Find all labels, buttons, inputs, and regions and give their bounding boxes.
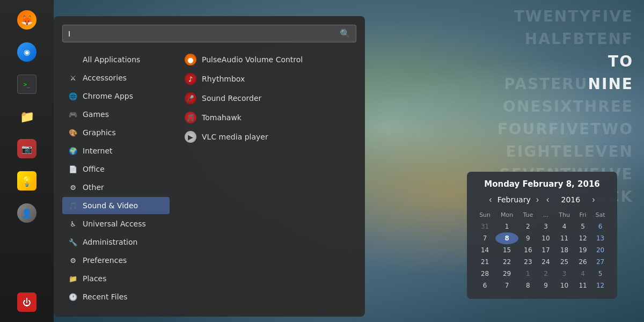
calendar-day-19[interactable]: 19 — [575, 244, 591, 256]
sidebar-item-files[interactable]: 📁 — [12, 102, 41, 131]
calendar-day-9[interactable]: 9 — [518, 232, 538, 244]
camera-icon: 📷 — [17, 139, 36, 158]
category-all[interactable]: All Applications — [62, 51, 170, 68]
calendar-day-22[interactable]: 22 — [495, 256, 518, 268]
calendar-widget: Monday February 8, 2016 ‹ February › ‹ 2… — [467, 172, 617, 299]
rhythmbox-icon: ♪ — [185, 73, 196, 85]
other-icon: ⚙️ — [68, 182, 78, 193]
calendar-day-29[interactable]: 29 — [495, 268, 518, 280]
calendar-day-15[interactable]: 15 — [495, 244, 518, 256]
accessories-icon: ⚔️ — [68, 72, 78, 83]
calendar-day-28[interactable]: 28 — [474, 268, 495, 280]
header-wed: ... — [538, 209, 554, 221]
calendar-day-14[interactable]: 14 — [474, 244, 495, 256]
header-sat: Sat — [591, 209, 610, 221]
games-icon: 🎮 — [68, 109, 78, 120]
calendar-day-23[interactable]: 23 — [518, 256, 538, 268]
calendar-day-24[interactable]: 24 — [538, 256, 554, 268]
app-rhythmbox-label: Rhythmbox — [202, 75, 245, 83]
sidebar-item-blue-app[interactable]: ◉ — [12, 38, 41, 67]
category-chrome[interactable]: 🌐 Chrome Apps — [62, 87, 170, 105]
firefox-icon: 🦊 — [17, 10, 36, 30]
calendar-day-20[interactable]: 20 — [591, 244, 610, 256]
chrome-icon: 🌐 — [68, 91, 78, 101]
calendar-day-25[interactable]: 25 — [554, 256, 575, 268]
calendar-day-16[interactable]: 16 — [518, 244, 538, 256]
search-input[interactable] — [68, 29, 340, 38]
calendar-prev-month[interactable]: ‹ — [487, 195, 494, 204]
category-games[interactable]: 🎮 Games — [62, 106, 170, 123]
app-pulseaudio[interactable]: ● PulseAudio Volume Control — [180, 51, 356, 68]
calendar-day-1[interactable]: 1 — [518, 268, 538, 280]
app-pulseaudio-label: PulseAudio Volume Control — [202, 55, 303, 64]
sidebar-item-bulb[interactable]: 💡 — [12, 166, 41, 195]
sound-icon: 🎵 — [68, 200, 78, 211]
calendar-day-7[interactable]: 7 — [495, 280, 518, 291]
category-other[interactable]: ⚙️ Other — [62, 179, 170, 196]
app-soundrecorder[interactable]: 🎤 Sound Recorder — [180, 90, 356, 107]
category-sound[interactable]: 🎵 Sound & Video — [62, 197, 170, 214]
search-bar: 🔍 — [62, 25, 356, 42]
calendar-day-18[interactable]: 18 — [554, 244, 575, 256]
calendar-day-5[interactable]: 5 — [591, 268, 610, 280]
calendar-day-21[interactable]: 21 — [474, 256, 495, 268]
sidebar-item-terminal[interactable]: >_ — [12, 70, 41, 99]
prefs-icon: ⚙️ — [68, 255, 78, 266]
category-office[interactable]: 📄 Office — [62, 160, 170, 178]
calendar-day-4[interactable]: 4 — [575, 268, 591, 280]
category-admin[interactable]: 🔧 Administration — [62, 233, 170, 251]
calendar-month-label: February — [497, 195, 531, 204]
category-graphics-label: Graphics — [83, 128, 116, 137]
app-rhythmbox[interactable]: ♪ Rhythmbox — [180, 70, 356, 87]
sidebar-item-power[interactable]: ⏻ — [12, 288, 41, 317]
calendar-day-11[interactable]: 11 — [554, 232, 575, 244]
calendar-day-3[interactable]: 3 — [538, 221, 554, 232]
category-access[interactable]: ♿ Universal Access — [62, 215, 170, 232]
category-prefs[interactable]: ⚙️ Preferences — [62, 252, 170, 269]
calendar-day-6[interactable]: 6 — [474, 280, 495, 291]
sidebar: 🦊 ◉ >_ 📁 📷 💡 👤 ⏻ — [0, 0, 54, 322]
calendar-day-2[interactable]: 2 — [518, 221, 538, 232]
calendar-day-31[interactable]: 31 — [474, 221, 495, 232]
category-places[interactable]: 📁 Places — [62, 270, 170, 287]
calendar-day-12[interactable]: 12 — [591, 280, 610, 291]
calendar-day-6[interactable]: 6 — [591, 221, 610, 232]
calendar-day-1[interactable]: 1 — [495, 221, 518, 232]
calendar-day-8[interactable]: 8 — [518, 280, 538, 291]
calendar-day-10[interactable]: 10 — [554, 280, 575, 291]
header-thu: Thu — [554, 209, 575, 221]
calendar-day-27[interactable]: 27 — [591, 256, 610, 268]
calendar-day-10[interactable]: 10 — [538, 232, 554, 244]
calendar-day-12[interactable]: 12 — [575, 232, 591, 244]
calendar-day-11[interactable]: 11 — [575, 280, 591, 291]
app-vlc[interactable]: ▶ VLC media player — [180, 128, 356, 145]
calendar-prev-year[interactable]: ‹ — [544, 195, 551, 204]
category-recent[interactable]: 🕐 Recent Files — [62, 288, 170, 305]
calendar-day-3[interactable]: 3 — [554, 268, 575, 280]
category-accessories-label: Accessories — [83, 74, 127, 82]
calendar-next-month[interactable]: › — [534, 195, 541, 204]
app-tomahawk[interactable]: 🎵 Tomahawk — [180, 109, 356, 126]
category-sound-label: Sound & Video — [83, 201, 138, 210]
calendar-day-7[interactable]: 7 — [474, 232, 495, 244]
category-games-label: Games — [83, 110, 109, 119]
sidebar-item-firefox[interactable]: 🦊 — [12, 5, 41, 34]
category-graphics[interactable]: 🎨 Graphics — [62, 124, 170, 141]
calendar-day-2[interactable]: 2 — [538, 268, 554, 280]
calendar-year-label: 2016 — [554, 195, 587, 204]
calendar-next-year[interactable]: › — [590, 195, 597, 204]
all-icon — [68, 54, 78, 65]
calendar-day-5[interactable]: 5 — [575, 221, 591, 232]
calendar-day-9[interactable]: 9 — [538, 280, 554, 291]
calendar-day-17[interactable]: 17 — [538, 244, 554, 256]
sidebar-item-photos[interactable]: 📷 — [12, 134, 41, 163]
sidebar-item-user[interactable]: 👤 — [12, 199, 41, 228]
category-admin-label: Administration — [83, 238, 137, 246]
app-vlc-label: VLC media player — [202, 133, 268, 141]
category-internet[interactable]: 🌍 Internet — [62, 142, 170, 159]
calendar-day-26[interactable]: 26 — [575, 256, 591, 268]
calendar-day-13[interactable]: 13 — [591, 232, 610, 244]
calendar-day-4[interactable]: 4 — [554, 221, 575, 232]
category-accessories[interactable]: ⚔️ Accessories — [62, 69, 170, 86]
calendar-day-8[interactable]: 8 — [495, 232, 518, 244]
